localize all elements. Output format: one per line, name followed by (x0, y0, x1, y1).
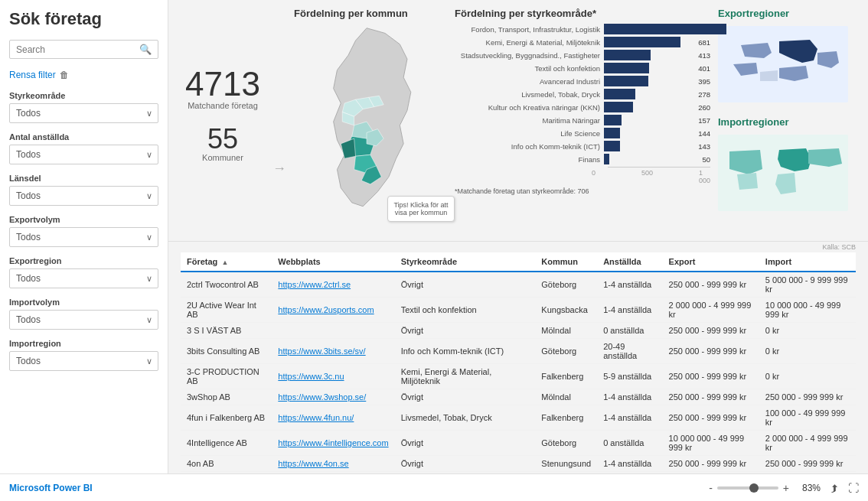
company-cell[interactable]: 3 S I VÄST AB (181, 323, 272, 339)
data-cell: 250 000 - 999 999 kr (663, 405, 759, 431)
company-cell[interactable]: 2U Active Wear Int AB (181, 298, 272, 323)
company-cell[interactable]: 3-C PRODUCTION AB (181, 364, 272, 389)
website-cell[interactable]: https://www.2ctrl.se (272, 272, 394, 298)
bar-fill (604, 89, 635, 99)
bottom-controls: - + 83% ⮭ ⛶ (709, 482, 859, 494)
company-cell[interactable]: 4fun i Falkenberg AB (181, 405, 272, 431)
data-cell: 0 kr (759, 364, 856, 389)
website-link[interactable]: https://www.4intelligence.com (278, 438, 388, 447)
fullscreen-button[interactable]: ⛶ (848, 482, 859, 494)
filter-select[interactable]: Todos (9, 103, 158, 123)
table-body: 2ctrl Twocontrol ABhttps://www.2ctrl.seÖ… (181, 272, 856, 473)
website-link[interactable]: https://www.3c.nu (278, 372, 344, 381)
zoom-plus-button[interactable]: + (783, 482, 789, 494)
data-cell: 1-4 anställda (597, 456, 662, 472)
data-cell: Övrigt (395, 456, 536, 472)
data-cell: 250 000 - 999 999 kr (759, 456, 856, 472)
company-cell[interactable]: 2ctrl Twocontrol AB (181, 272, 272, 298)
website-link[interactable]: https://www.2ctrl.se (278, 280, 351, 289)
data-cell: 1-4 anställda (597, 405, 662, 431)
bar-track (604, 102, 695, 112)
company-cell[interactable]: 4on AB (181, 456, 272, 472)
company-cell[interactable]: 3bits Consulting AB (181, 339, 272, 364)
table-header: Företag ▲WebbplatsStyrkeområdeKommunAnst… (181, 252, 856, 272)
company-cell[interactable]: 3wShop AB (181, 389, 272, 405)
filter-select[interactable]: Todos (9, 310, 158, 330)
bar-row: Fordon, Transport, Infrastruktur, Logist… (455, 24, 710, 34)
website-cell[interactable]: https://www.4fun.nu/ (272, 405, 394, 431)
clear-filter[interactable]: Rensa filter 🗑 (9, 70, 158, 80)
filter-select[interactable]: Todos (9, 268, 158, 288)
tip-text: Tips! Klicka för att visa per kommun (393, 201, 448, 216)
bar-label: Finans (455, 155, 604, 164)
bar-fill (604, 76, 648, 86)
bottom-bar: Microsoft Power BI - + 83% ⮭ ⛶ (0, 473, 868, 501)
website-cell[interactable]: https://www.3bits.se/sv/ (272, 339, 394, 364)
filter-section-antal-anställda: Antal anställda Todos (9, 132, 158, 164)
website-cell[interactable]: https://www.4on.se (272, 456, 394, 472)
website-link[interactable]: https://www.2usports.com (278, 305, 374, 314)
filter-select[interactable]: Todos (9, 351, 158, 371)
column-header-import[interactable]: Import (759, 252, 856, 272)
import-region-section: Importregioner (718, 116, 856, 217)
filter-select[interactable]: Todos (9, 186, 158, 206)
filter-label: Importregion (9, 339, 158, 348)
column-header-styrkeområde[interactable]: Styrkeområde (395, 252, 536, 272)
data-cell: 250 000 - 999 999 kr (663, 364, 759, 389)
zoom-control: - + 83% (709, 482, 821, 494)
data-cell: Göteborg (535, 272, 597, 298)
website-cell[interactable]: https://www.3c.nu (272, 364, 394, 389)
column-header-export[interactable]: Export (663, 252, 759, 272)
filter-select[interactable]: Todos (9, 145, 158, 164)
column-header-kommun[interactable]: Kommun (535, 252, 597, 272)
zoom-minus-button[interactable]: - (709, 482, 713, 494)
website-link[interactable]: https://www.3bits.se/sv/ (278, 346, 365, 356)
bar-value: 50 (702, 155, 710, 164)
website-link[interactable]: https://www.4on.se (278, 459, 348, 468)
clear-filter-label[interactable]: Rensa filter (9, 70, 56, 80)
website-link[interactable]: https://www.4fun.nu/ (278, 413, 354, 422)
bar-track (604, 37, 695, 47)
bar-value: 260 (698, 103, 710, 112)
data-cell: 10 000 000 - 49 999 999 kr (663, 431, 759, 456)
bar-fill (604, 115, 622, 125)
data-cell: Övrigt (395, 323, 536, 339)
website-cell[interactable]: https://www.4intelligence.com (272, 431, 394, 456)
filter-select-wrapper: Todos (9, 268, 158, 288)
sweden-map[interactable] (294, 22, 439, 221)
column-header-anställda[interactable]: Anställda (597, 252, 662, 272)
zoom-slider[interactable] (717, 486, 778, 490)
data-cell: 0 kr (759, 323, 856, 339)
website-cell[interactable] (272, 323, 394, 339)
data-cell: Falkenberg (535, 364, 597, 389)
filter-section-exportvolym: Exportvolym Todos (9, 215, 158, 247)
data-cell: Övrigt (395, 431, 536, 456)
website-link[interactable]: https://www.3wshop.se/ (278, 392, 366, 402)
column-header-webbplats[interactable]: Webbplats (272, 252, 394, 272)
bar-fill (604, 37, 680, 47)
bar-fill (604, 24, 726, 34)
company-cell[interactable]: 4Intelligence AB (181, 431, 272, 456)
share-button[interactable]: ⮭ (830, 482, 840, 494)
website-cell[interactable]: https://www.3wshop.se/ (272, 389, 394, 405)
data-table: Företag ▲WebbplatsStyrkeområdeKommunAnst… (181, 252, 856, 473)
table-row: 3bits Consulting ABhttps://www.3bits.se/… (181, 339, 856, 364)
column-header-företag[interactable]: Företag ▲ (181, 252, 272, 272)
bar-row: Life Science 144 (455, 128, 710, 138)
search-input[interactable] (16, 44, 139, 55)
bar-row: Maritima Näringar 157 (455, 115, 710, 125)
table-row: 2U Active Wear Int ABhttps://www.2usport… (181, 298, 856, 323)
table-section: Källa: SCB Företag ▲WebbplatsStyrkeområd… (168, 241, 868, 473)
powerbi-link[interactable]: Microsoft Power BI (9, 483, 93, 493)
website-cell[interactable]: https://www.2usports.com (272, 298, 394, 323)
export-map[interactable] (718, 22, 848, 106)
filter-section-importvolym: Importvolym Todos (9, 298, 158, 330)
filter-select[interactable]: Todos (9, 227, 158, 247)
import-map[interactable] (718, 131, 848, 215)
bar-value: 413 (698, 51, 710, 60)
bar-label: Avancerad Industri (455, 77, 604, 86)
data-cell: Stenungsund (535, 456, 597, 472)
filter-label: Länsdel (9, 174, 158, 183)
export-region-title: Exportregioner (718, 8, 856, 19)
barchart-panel: Fördelning per styrkeområde* Fordon, Tra… (455, 8, 710, 237)
